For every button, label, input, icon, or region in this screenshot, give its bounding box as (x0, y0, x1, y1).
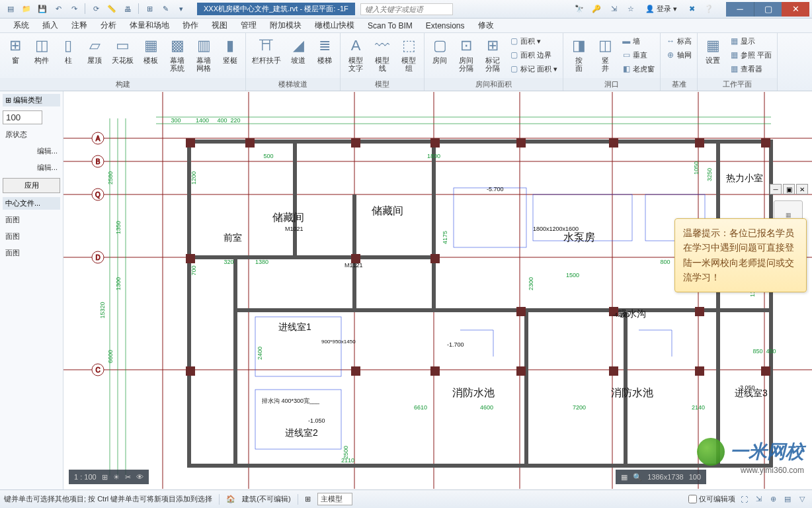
open-icon[interactable]: 📁 (20, 3, 33, 15)
ribbon-tab[interactable]: 协作 (176, 18, 205, 33)
ribbon-tab[interactable]: 橄榄山快模 (308, 18, 361, 33)
ribbon-button[interactable]: ▮竖梃 (218, 34, 243, 66)
vc-icon[interactable]: ⊞ (102, 473, 108, 482)
ribbon-button[interactable]: ⊞标记 分隔 (480, 34, 505, 74)
edit-type-button[interactable]: ⊞ 编辑类型 (3, 94, 60, 106)
ribbon-tab[interactable]: Scan To BIM (361, 19, 419, 32)
view-close-icon[interactable]: ✕ (796, 184, 808, 194)
ribbon-button[interactable]: ▦楼板 (138, 34, 163, 66)
star-icon[interactable]: ☆ (624, 3, 637, 15)
print-icon[interactable]: 🖶 (121, 3, 134, 15)
sb-icon[interactable]: ⊕ (767, 493, 779, 505)
ribbon-button[interactable]: ◢坡道 (286, 34, 311, 66)
sb-icon[interactable]: ▤ (782, 493, 793, 505)
qat-icon[interactable]: ✎ (159, 3, 172, 15)
ribbon-icon: ▢ (509, 50, 518, 60)
sb-icon[interactable]: ⇲ (752, 493, 764, 505)
ribbon-button[interactable]: ◨按 面 (566, 34, 591, 74)
ribbon-button[interactable]: ▦设置 (700, 34, 725, 66)
view-restore-icon[interactable]: ▣ (783, 184, 795, 194)
ribbon-button-small[interactable]: ▢标记 面积 ▾ (507, 62, 560, 75)
search-input[interactable] (360, 3, 453, 15)
ribbon-button[interactable]: ◫竖 井 (592, 34, 618, 74)
share-icon[interactable]: ⇲ (607, 3, 620, 15)
scale-input[interactable] (3, 110, 42, 124)
login-button[interactable]: 👤登录▾ (641, 3, 681, 15)
sync-icon[interactable]: ⟳ (89, 3, 102, 15)
vc-icon[interactable]: ☀ (113, 473, 120, 482)
qat-dropdown-icon[interactable]: ▾ (175, 3, 188, 15)
view-minimize-icon[interactable]: ─ (770, 184, 782, 194)
ribbon-button-small[interactable]: ▦参照 平面 (727, 48, 774, 62)
ribbon-button-small[interactable]: ▢面积 边界 (507, 48, 560, 62)
ribbon-button[interactable]: ▭天花板 (108, 34, 137, 66)
ribbon-tab[interactable]: 插入 (36, 18, 65, 33)
help-icon[interactable]: ❔ (702, 3, 715, 15)
ribbon-button-small[interactable]: ⊕轴网 (663, 48, 694, 62)
ribbon-tab[interactable]: 修改 (471, 18, 501, 33)
key-icon[interactable]: 🔑 (590, 3, 603, 15)
ribbon-button[interactable]: A模型 文字 (343, 34, 368, 74)
ribbon-tab[interactable]: 附加模块 (263, 18, 308, 33)
ribbon-tab[interactable]: Extensions (419, 19, 471, 32)
edit-link[interactable]: 编辑... (3, 145, 60, 157)
ribbon-tab[interactable]: 注释 (65, 18, 94, 33)
sb-icon[interactable]: 🏠 (226, 495, 235, 503)
ribbon-button[interactable]: ≣楼梯 (312, 34, 337, 66)
ribbon-icon: ▦ (729, 64, 739, 73)
ribbon-tab[interactable]: 管理 (234, 18, 263, 33)
ribbon-tab[interactable]: 系统 (7, 18, 36, 33)
ribbon-button-small[interactable]: ▭垂直 (619, 48, 657, 62)
edit-link[interactable]: 编辑... (3, 161, 60, 174)
ribbon-button-small[interactable]: ◧老虎窗 (619, 62, 657, 75)
drawing-canvas[interactable]: A B Q D C 储藏间 储藏间 前室 水泵房 热力小室 进线室1 进线室2 … (63, 91, 812, 489)
ribbon-button[interactable]: ▢房间 (427, 34, 452, 66)
ribbon-tab[interactable]: 体量和场地 (123, 18, 176, 33)
vc-icon[interactable]: ✂ (125, 473, 131, 482)
sb-icon[interactable]: ⊞ (305, 495, 311, 503)
close-button[interactable]: ✕ (782, 2, 809, 17)
ribbon-button[interactable]: ▥幕墙 网格 (191, 34, 216, 74)
binoculars-icon[interactable]: 🔭 (573, 3, 586, 15)
ribbon-button[interactable]: ⊞窗 (3, 34, 28, 66)
save-icon[interactable]: 💾 (36, 3, 49, 15)
minimize-button[interactable]: ─ (726, 2, 754, 17)
model-combo[interactable]: 主模型 (317, 493, 352, 505)
ribbon-button-small[interactable]: ▦查看器 (727, 62, 774, 75)
ribbon-button-small[interactable]: ▦显示 (727, 34, 774, 48)
measure-icon[interactable]: 📏 (105, 3, 118, 15)
ribbon-button[interactable]: ▯柱 (56, 34, 81, 66)
apply-button[interactable]: 应用 (3, 178, 60, 193)
vc-icon[interactable]: 🔍 (633, 473, 642, 482)
ribbon-label: 天花板 (112, 56, 134, 64)
app-menu-button[interactable]: ▤ (4, 3, 17, 15)
maximize-button[interactable]: ▢ (754, 2, 782, 17)
editable-only-check[interactable]: 仅可编辑项 (688, 493, 735, 505)
vc-icon[interactable]: ▦ (621, 473, 628, 482)
redo-icon[interactable]: ↷ (67, 3, 81, 15)
browser-item[interactable]: 面图 (3, 214, 60, 226)
exchange-icon[interactable]: ✖ (685, 3, 698, 15)
svg-text:-3.050: -3.050 (738, 384, 755, 391)
ribbon-button-small[interactable]: ↔标高 (663, 34, 694, 48)
vc-icon[interactable]: 👁 (136, 473, 143, 481)
ribbon-button[interactable]: ▱屋顶 (82, 34, 107, 66)
browser-item[interactable]: 面图 (3, 230, 60, 243)
ribbon-button-small[interactable]: ▢面积 ▾ (507, 34, 560, 48)
ribbon-button[interactable]: ◫构件 (29, 34, 54, 66)
browser-item[interactable]: 面图 (3, 247, 60, 259)
sb-icon[interactable]: ⛶ (738, 493, 750, 505)
qat-icon[interactable]: ⊞ (143, 3, 156, 15)
ribbon-tab[interactable]: 视图 (205, 18, 234, 33)
ribbon-button[interactable]: ⬚模型 组 (396, 34, 421, 74)
ribbon-button[interactable]: ▩幕墙 系统 (165, 34, 190, 74)
ribbon-button[interactable]: 〰模型 线 (370, 34, 395, 74)
ribbon-button-small[interactable]: ▬墙 (619, 34, 657, 48)
ribbon-button[interactable]: ⊡房间 分隔 (454, 34, 479, 74)
ribbon-tab[interactable]: 分析 (94, 18, 123, 33)
browser-header[interactable]: 中心文件... (3, 197, 60, 210)
filter-icon[interactable]: ▽ (796, 493, 808, 505)
ribbon-button[interactable]: ⛩栏杆扶手 (249, 34, 284, 66)
scale-label[interactable]: 1 : 100 (74, 473, 97, 481)
undo-icon[interactable]: ↶ (52, 3, 65, 15)
